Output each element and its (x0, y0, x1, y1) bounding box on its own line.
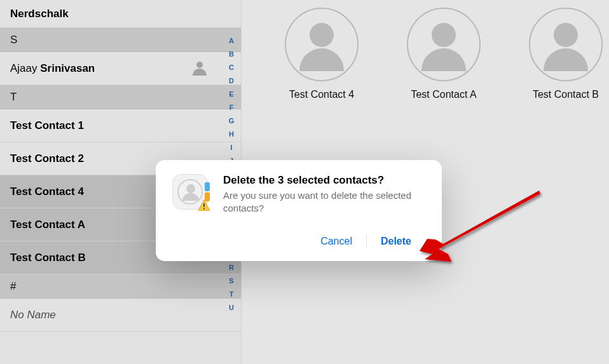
svg-marker-2 (432, 191, 540, 254)
modal-overlay: Delete the 3 selected contacts? Are you … (0, 0, 609, 364)
svg-rect-1 (203, 208, 205, 210)
dialog-title: Delete the 3 selected contacts? (223, 174, 425, 187)
dialog-message: Are you sure you want to delete the sele… (223, 189, 425, 215)
cancel-button[interactable]: Cancel (306, 232, 366, 251)
delete-confirm-dialog: Delete the 3 selected contacts? Are you … (156, 160, 442, 261)
warning-icon (197, 199, 211, 213)
dialog-app-icon (172, 174, 208, 210)
delete-button[interactable]: Delete (367, 232, 425, 251)
svg-rect-0 (203, 203, 205, 207)
